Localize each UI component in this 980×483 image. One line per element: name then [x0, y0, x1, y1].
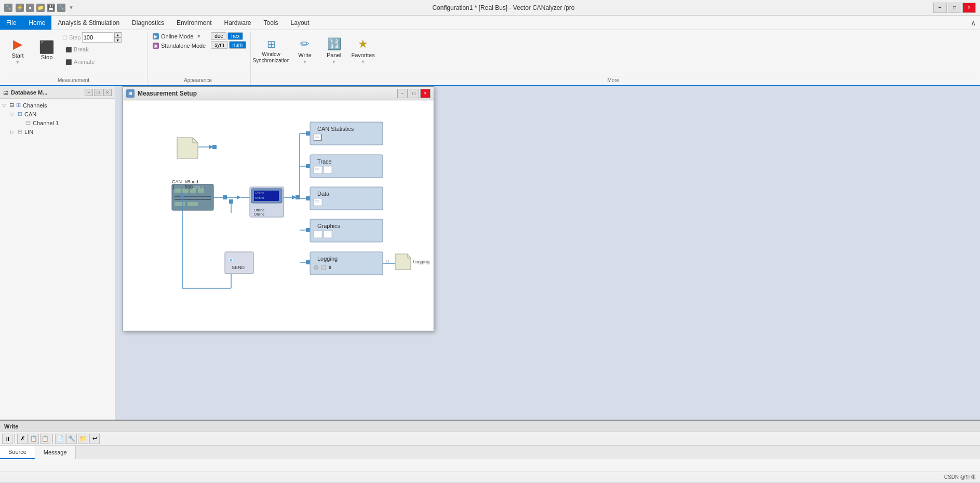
dialog-max-btn[interactable]: □: [409, 89, 419, 98]
panel-dropdown[interactable]: ▼: [332, 59, 337, 64]
favorites-dropdown[interactable]: ▼: [361, 59, 366, 64]
step-down-btn[interactable]: ▼: [114, 37, 122, 43]
channels-type-icon: ⊟: [9, 102, 14, 109]
data-node[interactable]: Data: [310, 187, 383, 210]
can-statistics-node[interactable]: CAN Statistics: [310, 122, 383, 145]
maximize-btn[interactable]: □: [948, 3, 961, 13]
window-controls: − □ ×: [933, 3, 976, 13]
hex-btn[interactable]: hex: [227, 32, 243, 40]
break-button[interactable]: ⬛ Break: [62, 44, 122, 55]
panel-minimize-btn[interactable]: −: [85, 89, 93, 96]
svg-text:1: 1: [172, 184, 174, 190]
dialog-titlebar: ⊞ Measurement Setup − □ ×: [123, 87, 434, 100]
menu-layout[interactable]: Layout: [285, 16, 316, 30]
step-input[interactable]: [82, 32, 113, 43]
step-checkbox[interactable]: ☐: [62, 35, 67, 41]
channels-expand-icon: ▽: [2, 103, 7, 108]
save-icon[interactable]: 📁: [36, 4, 45, 12]
offline-online-node[interactable]: Offline Online Offline Online: [250, 187, 284, 217]
source-file-node[interactable]: [177, 138, 198, 158]
svg-rect-5: [212, 145, 217, 149]
write-settings2-btn[interactable]: 🔧: [66, 434, 77, 444]
write-pause-btn[interactable]: ⏸: [2, 434, 12, 444]
graphics-node[interactable]: Graphics: [310, 219, 383, 242]
svg-rect-41: [306, 131, 310, 136]
write-dropdown[interactable]: ▼: [303, 59, 307, 64]
svg-text:Trace: Trace: [317, 158, 332, 165]
num-btn[interactable]: num: [229, 41, 246, 49]
svg-text:Logging: Logging: [413, 259, 429, 264]
menu-diagnostics[interactable]: Diagnostics: [126, 16, 170, 30]
tree-item-can[interactable]: ▽ ⊞ CAN: [2, 110, 113, 118]
standalone-mode-btn[interactable]: ▣ Standalone Mode: [150, 42, 209, 50]
menu-home[interactable]: Home: [22, 16, 51, 30]
config-icon[interactable]: 🔧: [57, 4, 65, 12]
panel-title-group: 🗂 Database M...: [3, 89, 47, 96]
write-tab-source[interactable]: Source: [0, 446, 35, 459]
logging-node[interactable]: Logging ⏸: [310, 252, 383, 275]
write-toolbar: ⏸ ✗ 📋 📋 📄 🔧 📁 ↩: [0, 432, 980, 446]
status-bar: CSDN @轩张: [0, 472, 980, 482]
dialog-close-btn[interactable]: ×: [420, 89, 431, 98]
send-node[interactable]: 📧 SEND: [225, 252, 253, 274]
write-copy1-btn[interactable]: 📋: [29, 434, 39, 444]
start-button[interactable]: ▶ Start ▼: [4, 32, 31, 70]
stop-button[interactable]: ⬛ Stop: [33, 32, 60, 70]
menu-collapse-btn[interactable]: ∧: [966, 19, 980, 27]
new-icon[interactable]: ⚡: [16, 4, 24, 12]
svg-rect-26: [229, 199, 233, 204]
tree-item-channel1[interactable]: ⊟ Channel 1: [2, 118, 113, 127]
channel1-icon: ⊟: [26, 119, 31, 126]
write-open-btn[interactable]: 📁: [78, 434, 88, 444]
write-copy2-btn[interactable]: 📋: [40, 434, 50, 444]
panel-maximize-btn[interactable]: □: [94, 89, 102, 96]
standalone-mode-label: Standalone Mode: [161, 43, 206, 49]
menu-environment[interactable]: Environment: [170, 16, 218, 30]
svg-rect-61: [324, 166, 332, 173]
sym-btn[interactable]: sym: [211, 41, 227, 49]
dialog-min-btn[interactable]: −: [397, 89, 408, 98]
menu-tools[interactable]: Tools: [258, 16, 285, 30]
dialog-controls: − □ ×: [397, 89, 431, 98]
measurement-setup-dialog: ⊞ Measurement Setup − □ ×: [123, 86, 434, 331]
logging-output-icon[interactable]: [395, 254, 411, 270]
start-label: Start: [11, 52, 23, 59]
open-icon[interactable]: ●: [26, 4, 34, 12]
can-expand-icon: ▽: [10, 112, 16, 117]
svg-text:📧: 📧: [228, 257, 234, 263]
write-reset-btn[interactable]: ↩: [89, 434, 100, 444]
trace-node[interactable]: Trace: [310, 155, 383, 178]
dropdown-arrow[interactable]: ▼: [69, 5, 74, 10]
svg-text:Data: Data: [317, 191, 330, 197]
panel-close-btn[interactable]: ×: [103, 89, 112, 96]
menu-hardware[interactable]: Hardware: [218, 16, 257, 30]
write-clear-btn[interactable]: ✗: [17, 434, 28, 444]
write-button[interactable]: ✏ Write ▼: [291, 32, 318, 70]
write-settings1-btn[interactable]: 📄: [55, 434, 65, 444]
favorites-button[interactable]: ★ Favorites ▼: [350, 32, 377, 70]
tree-item-channels[interactable]: ▽ ⊟ ⊞ Channels: [2, 101, 113, 110]
step-up-btn[interactable]: ▲: [114, 32, 122, 37]
dec-btn[interactable]: dec: [211, 32, 226, 40]
settings-icon[interactable]: 💾: [47, 4, 55, 12]
minimize-btn[interactable]: −: [933, 3, 947, 13]
tree-item-lin[interactable]: ▷ ⊟ LIN: [2, 127, 113, 136]
window-sync-button[interactable]: ⊞ WindowSynchronization: [253, 32, 289, 70]
panel-button[interactable]: 🔢 Panel ▼: [320, 32, 347, 70]
menu-file[interactable]: File: [0, 16, 22, 30]
svg-rect-10: [198, 189, 204, 193]
close-btn[interactable]: ×: [962, 3, 976, 13]
menu-analysis[interactable]: Analysis & Stimulation: [51, 16, 126, 30]
title-bar-left: 🔧 ⚡ ● 📁 💾 🔧 ▼: [4, 4, 74, 12]
online-dropdown[interactable]: ▼: [196, 34, 201, 39]
database-tree: ▽ ⊟ ⊞ Channels ▽ ⊞ CAN ⊟ Channel 1 ▷ ⊟: [0, 99, 115, 420]
window-sync-icon: ⊞: [267, 38, 276, 50]
svg-text:Logging: Logging: [317, 256, 338, 262]
write-tabs: Source Message: [0, 446, 980, 459]
animate-label: Animate: [74, 59, 95, 65]
write-tab-message[interactable]: Message: [35, 446, 76, 459]
online-mode-btn[interactable]: ▶ Online Mode ▼: [150, 32, 209, 41]
animate-button[interactable]: ⬛ Animate: [62, 56, 122, 68]
svg-text:Online: Online: [255, 196, 264, 199]
start-dropdown[interactable]: ▼: [16, 60, 20, 65]
